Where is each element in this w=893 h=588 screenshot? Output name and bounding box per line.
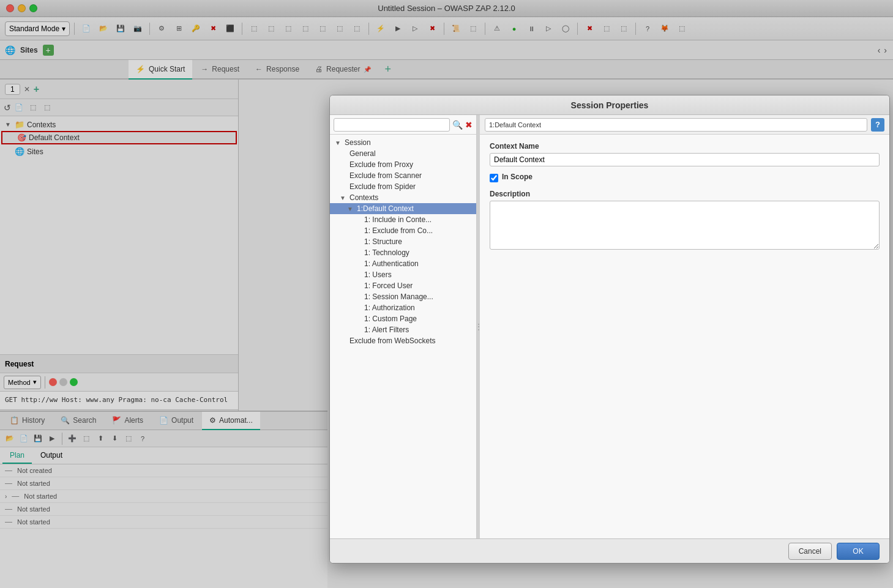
dialog-body: 🔍 ✖ ▼ Session General bbox=[330, 115, 889, 538]
dt-exclude-scanner[interactable]: Exclude from Scanner bbox=[330, 170, 476, 181]
dialog-tree-content: ▼ Session General Exclude from Proxy bbox=[330, 135, 476, 538]
dialog-title: Session Properties bbox=[571, 100, 649, 110]
custom-page-label: 1: Custom Page bbox=[364, 314, 417, 323]
dt-exclude-websockets[interactable]: Exclude from WebSockets bbox=[330, 335, 476, 346]
dialog-search-bar: 🔍 ✖ bbox=[330, 115, 476, 135]
include-context-label: 1: Include in Conte... bbox=[364, 215, 432, 224]
context-name-label: Context Name bbox=[490, 142, 880, 151]
toggle-icon: ▼ bbox=[347, 206, 354, 212]
session-management-label: 1: Session Manage... bbox=[364, 292, 433, 301]
contexts-label: Contexts bbox=[349, 193, 378, 202]
cancel-button[interactable]: Cancel bbox=[788, 543, 832, 560]
dt-alert-filters[interactable]: 1: Alert Filters bbox=[330, 324, 476, 335]
toggle-icon: ▼ bbox=[335, 140, 342, 146]
dialog-search-input[interactable] bbox=[334, 118, 450, 132]
search-icon[interactable]: 🔍 bbox=[452, 120, 463, 130]
forced-user-label: 1: Forced User bbox=[364, 281, 413, 290]
dialog-props-panel: 1:Default Context ? Context Name In Scop… bbox=[480, 115, 889, 538]
exclude-context-label: 1: Exclude from Co... bbox=[364, 226, 433, 235]
in-scope-label: In Scope bbox=[502, 173, 532, 181]
dt-contexts[interactable]: ▼ Contexts bbox=[330, 192, 476, 203]
dt-general[interactable]: General bbox=[330, 148, 476, 159]
dialog-tree-panel: 🔍 ✖ ▼ Session General bbox=[330, 115, 477, 538]
dialog-footer: Cancel OK bbox=[330, 538, 889, 563]
toggle-icon: ▼ bbox=[340, 195, 347, 201]
props-toolbar: 1:Default Context ? bbox=[480, 115, 889, 135]
dialog-overlay: Session Properties 🔍 ✖ ▼ Session bbox=[0, 0, 893, 588]
description-textarea[interactable] bbox=[490, 201, 880, 250]
props-breadcrumb: 1:Default Context bbox=[485, 118, 867, 132]
props-content: Context Name In Scope Description bbox=[480, 135, 889, 538]
context-name-input[interactable] bbox=[490, 153, 880, 166]
in-scope-checkbox[interactable] bbox=[490, 174, 498, 182]
in-scope-row: In Scope bbox=[490, 173, 880, 184]
exclude-spider-label: Exclude from Spider bbox=[349, 182, 416, 191]
dt-authentication[interactable]: 1: Authentication bbox=[330, 258, 476, 269]
dt-session-management[interactable]: 1: Session Manage... bbox=[330, 291, 476, 302]
authorization-label: 1: Authorization bbox=[364, 303, 415, 312]
technology-label: 1: Technology bbox=[364, 248, 409, 257]
dt-structure[interactable]: 1: Structure bbox=[330, 236, 476, 247]
exclude-scanner-label: Exclude from Scanner bbox=[349, 171, 422, 180]
dialog-header: Session Properties bbox=[330, 95, 889, 115]
dt-users[interactable]: 1: Users bbox=[330, 269, 476, 280]
structure-label: 1: Structure bbox=[364, 237, 402, 246]
description-label: Description bbox=[490, 190, 880, 198]
general-label: General bbox=[349, 149, 376, 158]
help-button[interactable]: ? bbox=[871, 118, 884, 132]
dt-include-context[interactable]: 1: Include in Conte... bbox=[330, 214, 476, 225]
session-label: Session bbox=[345, 138, 371, 147]
users-label: 1: Users bbox=[364, 270, 392, 279]
dt-default-context[interactable]: ▼ 1:Default Context bbox=[330, 203, 476, 214]
dt-custom-page[interactable]: 1: Custom Page bbox=[330, 313, 476, 324]
session-properties-dialog: Session Properties 🔍 ✖ ▼ Session bbox=[329, 95, 890, 564]
dt-exclude-spider[interactable]: Exclude from Spider bbox=[330, 181, 476, 192]
clear-search-icon[interactable]: ✖ bbox=[465, 120, 473, 130]
exclude-websockets-label: Exclude from WebSockets bbox=[349, 337, 436, 345]
alert-filters-label: 1: Alert Filters bbox=[364, 326, 409, 334]
dt-exclude-proxy[interactable]: Exclude from Proxy bbox=[330, 159, 476, 170]
dt-technology[interactable]: 1: Technology bbox=[330, 247, 476, 258]
authentication-label: 1: Authentication bbox=[364, 259, 419, 268]
dt-forced-user[interactable]: 1: Forced User bbox=[330, 280, 476, 291]
dt-authorization[interactable]: 1: Authorization bbox=[330, 302, 476, 313]
ok-button[interactable]: OK bbox=[837, 543, 880, 560]
default-context-item-label: 1:Default Context bbox=[357, 204, 414, 213]
exclude-proxy-label: Exclude from Proxy bbox=[349, 160, 413, 169]
dt-exclude-context[interactable]: 1: Exclude from Co... bbox=[330, 225, 476, 236]
dt-session[interactable]: ▼ Session bbox=[330, 137, 476, 148]
